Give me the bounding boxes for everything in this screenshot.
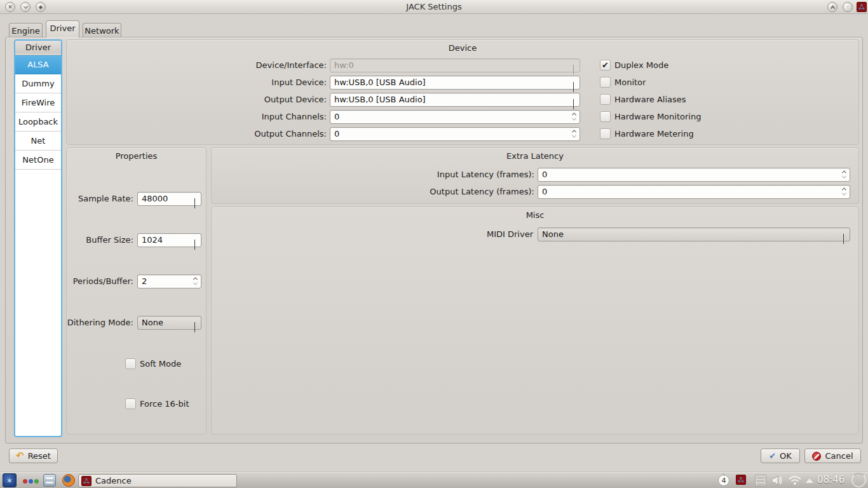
driver-item-net[interactable]: Net [15, 132, 61, 151]
output-channels-spinbox[interactable]: 0 [330, 127, 580, 141]
force-16bit-checkbox[interactable] [125, 398, 136, 409]
caret-icon: ˆ [719, 472, 729, 483]
periods-buffer-spinbox[interactable]: 2 [137, 274, 201, 288]
keep-above-icon[interactable] [827, 2, 837, 12]
chevron-down-icon [573, 64, 574, 77]
input-channels-spinbox[interactable]: 0 [330, 110, 580, 124]
soft-mode-checkbox[interactable] [125, 358, 136, 369]
taskbar: ✶ Cadence ˆ 4 08:46 [0, 471, 868, 488]
tab-network[interactable]: Network [83, 23, 121, 37]
notes-tray-icon[interactable] [755, 475, 766, 486]
driver-item-firewire[interactable]: FireWire [15, 93, 61, 112]
dithering-mode-label: Dithering Mode: [67, 316, 133, 329]
hardware-metering-label[interactable]: Hardware Metering [614, 128, 694, 139]
spinner-arrows-icon[interactable] [194, 277, 197, 285]
buffer-size-label: Buffer Size: [67, 233, 133, 247]
spinner-arrows-icon[interactable] [573, 130, 576, 138]
device-group-title: Device [67, 43, 858, 53]
driver-list: Driver ALSA Dummy FireWire Loopback Net … [14, 39, 62, 437]
monitor-checkbox[interactable] [600, 77, 611, 88]
input-latency-spinbox[interactable]: 0 [538, 168, 850, 182]
device-interface-label: Device/Interface: [194, 58, 327, 72]
cadence-tray-icon[interactable] [736, 475, 746, 485]
taskbar-task-cadence[interactable]: Cadence [78, 474, 237, 487]
driver-item-dummy[interactable]: Dummy [15, 74, 61, 93]
cancel-icon [812, 452, 821, 461]
checkmark-icon: ✔ [769, 452, 776, 460]
midi-driver-label: MIDI Driver [402, 227, 533, 241]
sample-rate-combobox[interactable]: 48000 [137, 192, 201, 206]
chevron-down-icon [194, 322, 195, 334]
duplex-mode-label[interactable]: Duplex Mode [614, 60, 668, 71]
shade-window-icon[interactable]: · [843, 2, 853, 12]
tray-expand-icon[interactable] [806, 478, 813, 483]
input-device-label: Input Device: [194, 76, 327, 89]
output-latency-label: Output Latency (frames): [402, 185, 534, 198]
spinner-arrows-icon[interactable] [573, 112, 576, 121]
pager-dot-red-icon[interactable] [23, 479, 27, 484]
cadence-app-icon [857, 2, 867, 12]
volume-icon[interactable] [771, 475, 784, 486]
properties-group: Properties Sample Rate: 48000 Buffer Siz… [66, 147, 207, 435]
file-manager-icon[interactable] [43, 474, 56, 487]
chevron-down-icon [573, 98, 574, 111]
spinner-arrows-icon[interactable] [843, 187, 846, 196]
chevron-down-icon [843, 233, 844, 246]
input-latency-label: Input Latency (frames): [402, 168, 534, 181]
tab-driver[interactable]: Driver [46, 20, 79, 37]
task-label: Cadence [95, 476, 132, 485]
extra-latency-group-title: Extra Latency [212, 151, 858, 161]
pager-dot-blue-icon[interactable] [29, 479, 33, 484]
driver-list-header: Driver [15, 41, 61, 55]
output-device-combobox[interactable]: hw:USB,0 [USB Audio] [330, 93, 580, 107]
driver-item-loopback[interactable]: Loopback [15, 112, 61, 132]
output-latency-spinbox[interactable]: 0 [538, 185, 850, 199]
app-menu-icon[interactable]: ✶ [3, 473, 17, 487]
sample-rate-label: Sample Rate: [67, 192, 133, 205]
reset-button[interactable]: ↶ Reset [9, 449, 58, 463]
hardware-metering-checkbox[interactable] [600, 128, 611, 139]
chevron-down-icon [194, 239, 195, 252]
window-title: JACK Settings [0, 2, 868, 11]
spinner-arrows-icon[interactable] [843, 170, 846, 179]
ok-button[interactable]: ✔ OK [761, 449, 800, 463]
device-interface-combobox: hw:0 [330, 58, 580, 72]
input-device-combobox[interactable]: hw:USB,0 [USB Audio] [330, 76, 580, 90]
midi-driver-combobox[interactable]: None [538, 227, 850, 241]
driver-item-alsa[interactable]: ALSA [15, 55, 61, 74]
force-16bit-label[interactable]: Force 16-bit [140, 398, 189, 409]
hardware-monitoring-label[interactable]: Hardware Monitoring [614, 111, 701, 122]
hardware-aliases-label[interactable]: Hardware Aliases [614, 94, 686, 105]
double-chevron-up-icon [831, 5, 834, 10]
dithering-mode-combobox[interactable]: None [137, 316, 201, 330]
device-group: Device Device/Interface: hw:0 Input Devi… [66, 39, 859, 145]
pager-dot-green-icon[interactable] [34, 479, 39, 484]
firefox-icon[interactable] [62, 474, 75, 487]
output-channels-label: Output Channels: [194, 127, 327, 140]
tab-engine[interactable]: Engine [9, 23, 43, 37]
cadence-task-icon [81, 476, 92, 486]
chevron-down-icon [573, 81, 574, 94]
misc-group-title: Misc [212, 210, 858, 220]
keyboard-layout-indicator[interactable]: ˆ 4 [718, 475, 729, 486]
hardware-monitoring-checkbox[interactable] [600, 111, 611, 122]
monitor-label[interactable]: Monitor [614, 77, 646, 88]
duplex-mode-checkbox[interactable]: ✔ [600, 60, 611, 71]
chevron-down-icon [194, 198, 195, 210]
buffer-size-combobox[interactable]: 1024 [137, 233, 201, 247]
misc-group: Misc MIDI Driver None [211, 207, 859, 435]
title-bar: ✕ ◈ JACK Settings · [0, 0, 868, 14]
driver-item-netone[interactable]: NetOne [15, 151, 61, 170]
clock: 08:46 [817, 474, 844, 485]
soft-mode-label[interactable]: Soft Mode [140, 358, 181, 369]
undo-icon: ↶ [16, 451, 24, 461]
cancel-button[interactable]: Cancel [804, 449, 861, 463]
periods-buffer-label: Periods/Buffer: [67, 274, 133, 288]
properties-group-title: Properties [67, 151, 206, 161]
hardware-aliases-checkbox[interactable] [600, 94, 611, 105]
wifi-icon[interactable] [788, 475, 802, 486]
output-device-label: Output Device: [194, 93, 327, 106]
session-swirl-icon [851, 473, 866, 487]
extra-latency-group: Extra Latency Input Latency (frames): 0 … [211, 147, 859, 204]
input-channels-label: Input Channels: [194, 110, 327, 123]
